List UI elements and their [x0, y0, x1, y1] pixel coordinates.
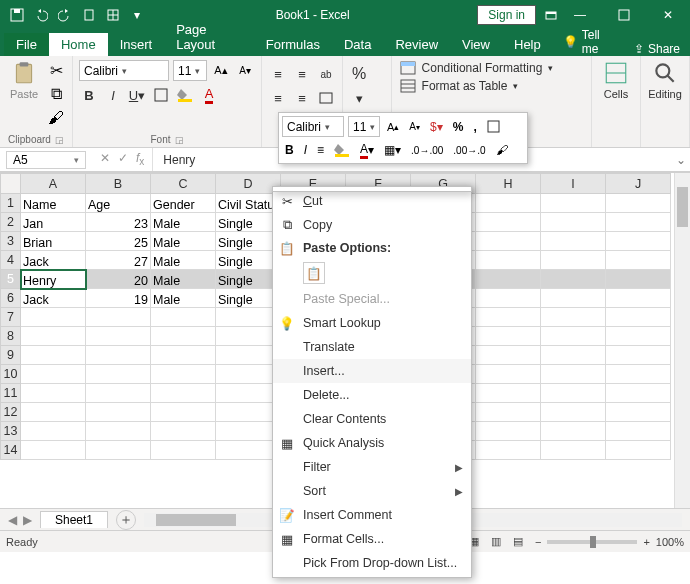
chevron-down-icon[interactable]: ▾: [195, 66, 200, 76]
column-header[interactable]: I: [541, 174, 606, 194]
cell[interactable]: Single: [216, 232, 281, 251]
cell[interactable]: [606, 308, 671, 327]
cell[interactable]: [476, 213, 541, 232]
cell[interactable]: [86, 441, 151, 460]
name-box[interactable]: A5▾: [6, 151, 86, 169]
zoom-control[interactable]: − + 100%: [535, 536, 684, 548]
cell[interactable]: [151, 346, 216, 365]
scroll-thumb[interactable]: [677, 187, 688, 227]
menu-delete[interactable]: Delete...: [273, 383, 471, 407]
cell[interactable]: [606, 251, 671, 270]
cell[interactable]: [151, 422, 216, 441]
row-header[interactable]: 12: [1, 403, 21, 422]
cell[interactable]: [476, 403, 541, 422]
row-header[interactable]: 2: [1, 213, 21, 232]
tab-home[interactable]: Home: [49, 33, 108, 56]
cell[interactable]: Civil Statu: [216, 194, 281, 213]
cell[interactable]: 25: [86, 232, 151, 251]
row-header[interactable]: 14: [1, 441, 21, 460]
font-color-icon[interactable]: A▾: [357, 140, 377, 160]
undo-icon[interactable]: [30, 4, 52, 26]
cell[interactable]: [606, 441, 671, 460]
cell[interactable]: [606, 327, 671, 346]
cell[interactable]: [86, 422, 151, 441]
cell[interactable]: [606, 365, 671, 384]
sheet-tab[interactable]: Sheet1: [40, 511, 108, 528]
add-sheet-button[interactable]: ＋: [116, 510, 136, 530]
number-format-icon[interactable]: ▾: [349, 88, 369, 108]
cell[interactable]: [216, 384, 281, 403]
cut-icon[interactable]: ✂: [46, 60, 66, 80]
format-painter-icon[interactable]: 🖌: [46, 108, 66, 128]
cell[interactable]: [606, 403, 671, 422]
percent-button[interactable]: %: [349, 64, 369, 84]
font-dialog-icon[interactable]: ◲: [175, 135, 184, 145]
bold-button[interactable]: B: [79, 85, 99, 105]
cell[interactable]: [216, 403, 281, 422]
tab-help[interactable]: Help: [502, 33, 553, 56]
menu-translate[interactable]: Translate: [273, 335, 471, 359]
cell[interactable]: [541, 346, 606, 365]
cell[interactable]: [476, 270, 541, 289]
cells-button[interactable]: Cells: [598, 60, 634, 100]
menu-filter[interactable]: Filter▶: [273, 455, 471, 479]
cell[interactable]: 20: [86, 270, 151, 289]
cell[interactable]: [86, 365, 151, 384]
next-sheet-icon[interactable]: ▶: [23, 513, 32, 527]
cell[interactable]: [606, 213, 671, 232]
cell[interactable]: [606, 346, 671, 365]
cell[interactable]: Single: [216, 213, 281, 232]
chevron-down-icon[interactable]: ▾: [122, 66, 127, 76]
row-header[interactable]: 5: [1, 270, 21, 289]
column-header[interactable]: J: [606, 174, 671, 194]
cell[interactable]: [476, 365, 541, 384]
cell[interactable]: [151, 403, 216, 422]
cell[interactable]: [21, 327, 86, 346]
format-painter-icon[interactable]: 🖌: [493, 140, 511, 160]
cell[interactable]: [151, 365, 216, 384]
cell[interactable]: [476, 308, 541, 327]
borders-icon[interactable]: [484, 117, 503, 137]
scroll-thumb[interactable]: [156, 514, 236, 526]
save-icon[interactable]: [6, 4, 28, 26]
cell[interactable]: [541, 194, 606, 213]
cell[interactable]: [216, 308, 281, 327]
cell[interactable]: Age: [86, 194, 151, 213]
cell[interactable]: [21, 365, 86, 384]
cell[interactable]: Single: [216, 270, 281, 289]
italic-button[interactable]: I: [301, 140, 310, 160]
cell[interactable]: [21, 422, 86, 441]
font-size-combo[interactable]: 11▾: [173, 60, 207, 81]
cell[interactable]: [216, 346, 281, 365]
cell[interactable]: [606, 384, 671, 403]
cell[interactable]: [216, 327, 281, 346]
cell[interactable]: Jack: [21, 251, 86, 270]
cell[interactable]: [86, 346, 151, 365]
file-icon[interactable]: [78, 4, 100, 26]
borders-button[interactable]: [151, 85, 171, 105]
row-header[interactable]: 1: [1, 194, 21, 213]
cell[interactable]: [476, 289, 541, 308]
tell-me[interactable]: 💡Tell me: [553, 28, 624, 56]
cell[interactable]: [541, 232, 606, 251]
row-header[interactable]: 4: [1, 251, 21, 270]
chevron-down-icon[interactable]: ▾: [74, 155, 79, 165]
cell[interactable]: [476, 346, 541, 365]
paste-option-button[interactable]: 📋: [303, 262, 325, 284]
zoom-slider[interactable]: [547, 540, 637, 544]
cell[interactable]: [606, 289, 671, 308]
cell[interactable]: [86, 308, 151, 327]
sheet-nav[interactable]: ◀▶: [0, 513, 40, 527]
cell[interactable]: Jan: [21, 213, 86, 232]
menu-quick-analysis[interactable]: ▦Quick Analysis: [273, 431, 471, 455]
mini-font-family[interactable]: Calibri▾: [282, 116, 344, 137]
tab-formulas[interactable]: Formulas: [254, 33, 332, 56]
increase-font-icon[interactable]: A▴: [384, 117, 402, 137]
cell[interactable]: [541, 270, 606, 289]
font-family-combo[interactable]: Calibri▾: [79, 60, 169, 81]
align-left-icon[interactable]: ≡: [268, 88, 288, 108]
mini-font-size[interactable]: 11▾: [348, 116, 380, 137]
cell[interactable]: Male: [151, 213, 216, 232]
view-page-layout-icon[interactable]: ▥: [491, 535, 501, 548]
cell[interactable]: Name: [21, 194, 86, 213]
